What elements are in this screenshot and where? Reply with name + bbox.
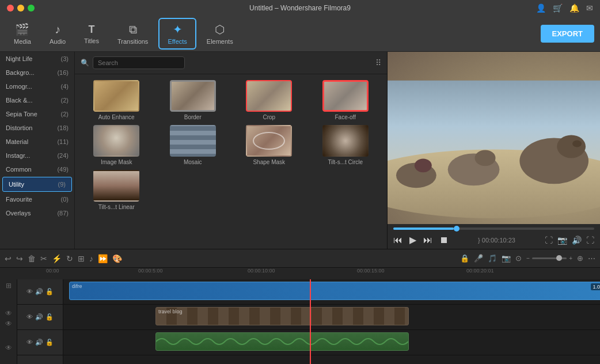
toolbar-media[interactable]: 🎬 Media [6,19,39,48]
sidebar-item-sepia[interactable]: Sepia Tone (2) [0,107,74,121]
ruler-mark-15: 00:00:15:00 [357,268,385,274]
effect-faceoff[interactable]: Face-off [310,80,382,120]
sidebar-item-instagram[interactable]: Instagr... (24) [0,149,74,162]
effect-shapemask[interactable]: Shape Mask [233,125,305,165]
close-button[interactable] [7,5,14,12]
track-3-audio[interactable]: 🔊 [35,339,43,346]
circle-icon[interactable]: ⊙ [515,254,522,263]
effect-crop[interactable]: Crop [233,80,305,120]
side-icon-4[interactable]: 👁 [5,344,12,352]
play-button[interactable]: ▶ [409,234,416,245]
rewind-button[interactable]: ⏮ [393,235,402,245]
bell-icon[interactable]: 🔔 [569,3,579,13]
effect-tiltcircle[interactable]: Tilt-s...t Circle [310,125,382,165]
forward-button[interactable]: ⏭ [423,235,432,245]
search-input[interactable] [93,56,185,69]
sidebar-item-favourite[interactable]: Favourite (0) [0,192,74,206]
track-2-audio[interactable]: 🔊 [35,313,43,321]
zoom-in-icon[interactable]: + [569,255,572,261]
cut-icon[interactable]: ✂ [40,254,47,263]
crop-timeline-icon[interactable]: ⊞ [78,254,85,263]
effect-tiltlinear[interactable]: Tilt-s...t Linear [81,170,153,210]
sidebar-item-nightlife[interactable]: Night Life (3) [0,52,74,66]
track-clip-3[interactable] [155,332,409,351]
sidebar-item-utility[interactable]: Utility (9) [2,177,72,192]
sidebar-item-lomo[interactable]: Lomogr... (4) [0,79,74,93]
effect-faceoff-label: Face-off [335,114,356,120]
camera-icon[interactable]: 📷 [502,254,511,263]
undo-icon[interactable]: ↩ [5,254,12,263]
track-2-label: travel blog [158,309,183,314]
minimize-button[interactable] [17,5,24,12]
sidebar-item-distortion[interactable]: Distortion (18) [0,121,74,135]
track-3-lock[interactable]: 🔓 [45,339,54,346]
add-video-icon[interactable]: ⊞ [6,282,12,290]
effect-mosaic[interactable]: Mosaic [157,125,229,165]
sidebar-nightlife-label: Night Life [6,55,32,62]
toolbar-titles[interactable]: T Titles [76,20,107,48]
track-3-eye[interactable]: 👁 [26,339,33,346]
zoom-slider[interactable] [532,257,567,259]
effect-auto-enhance[interactable]: Auto Enhance [81,80,153,120]
message-icon[interactable]: ✉ [586,3,593,13]
toolbar-transitions[interactable]: ⧉ Transitions [109,20,156,48]
volume-icon[interactable]: 🔊 [572,236,582,245]
track-2-lock[interactable]: 🔓 [45,313,54,321]
effect-border[interactable]: Border [157,80,229,120]
side-icon-2[interactable]: 👁 [5,309,12,317]
more-icon[interactable]: ⋯ [588,254,595,263]
toolbar-elements[interactable]: ⬡ Elements [199,19,241,48]
sidebar-item-background[interactable]: Backgro... (16) [0,66,74,79]
user-icon[interactable]: 👤 [536,3,546,13]
playhead [310,279,311,364]
track-1-lock[interactable]: 🔓 [45,288,54,295]
lock-icon[interactable]: 🔒 [460,254,469,263]
progress-bar[interactable] [393,227,594,230]
sidebar-item-black[interactable]: Black &... (2) [0,93,74,107]
effect-imagemask[interactable]: Image Mask [81,125,153,165]
fullscreen-icon[interactable]: ⛶ [586,236,594,245]
track-1-label: difre [72,283,82,289]
export-button[interactable]: EXPORT [541,25,594,43]
timeline-toolbar: ↩ ↪ 🗑 ✂ ⚡ ↻ ⊞ ♪ ⏩ 🎨 🔒 🎤 🎵 📷 ⊙ − + ⊕ ⋯ [0,249,600,268]
redo-icon[interactable]: ↪ [16,254,23,263]
delete-icon[interactable]: 🗑 [28,254,36,263]
split-icon[interactable]: ⚡ [52,254,62,263]
track-1-eye[interactable]: 👁 [26,288,33,295]
rotate-icon[interactable]: ↻ [66,254,73,263]
main-content: Night Life (3) Backgro... (16) Lomogr...… [0,52,600,249]
track-clip-2[interactable]: travel blog [155,307,409,325]
sidebar-favourite-count: (0) [61,196,69,203]
side-icon-3[interactable]: 👁 [5,320,12,328]
color-icon[interactable]: 🎨 [112,254,122,263]
playback-buttons: ⏮ ▶ ⏭ ⏹ [393,234,449,245]
elements-label: Elements [207,38,233,45]
add-track-icon[interactable]: ⊕ [577,254,583,263]
sidebar-item-material[interactable]: Material (11) [0,135,74,149]
track-1-audio[interactable]: 🔊 [35,288,43,295]
effect-mosaic-thumb [170,125,216,157]
time-display: } 00:00:10:23 [478,237,515,244]
pip-icon[interactable]: ⛶ [545,236,553,245]
svg-point-6 [475,150,496,166]
mic-icon[interactable]: 🎤 [474,254,483,263]
effect-crop-thumb [246,80,292,112]
sidebar-black-label: Black &... [6,97,32,104]
track-2-eye[interactable]: 👁 [26,313,33,321]
sidebar-utility-count: (9) [58,181,66,188]
zoom-out-icon[interactable]: − [526,255,530,261]
toolbar-effects[interactable]: ✦ Effects [158,18,196,50]
effect-imagemask-thumb [93,125,139,157]
snapshot-icon[interactable]: 📷 [557,236,567,245]
toolbar-audio[interactable]: ♪ Audio [41,20,74,48]
sidebar-item-overlays[interactable]: Overlays (87) [0,206,74,220]
stop-button[interactable]: ⏹ [439,235,449,245]
track-icon[interactable]: 🎵 [488,254,497,263]
sidebar-item-common[interactable]: Common (49) [0,162,74,176]
audio-icon[interactable]: ♪ [89,254,93,263]
maximize-button[interactable] [28,5,35,12]
track-clip-1[interactable]: 1.00 x ▼ difre [69,282,600,300]
grid-toggle-icon[interactable]: ⠿ [375,58,381,67]
speed-icon[interactable]: ⏩ [98,254,108,263]
cart-icon[interactable]: 🛒 [553,3,563,13]
